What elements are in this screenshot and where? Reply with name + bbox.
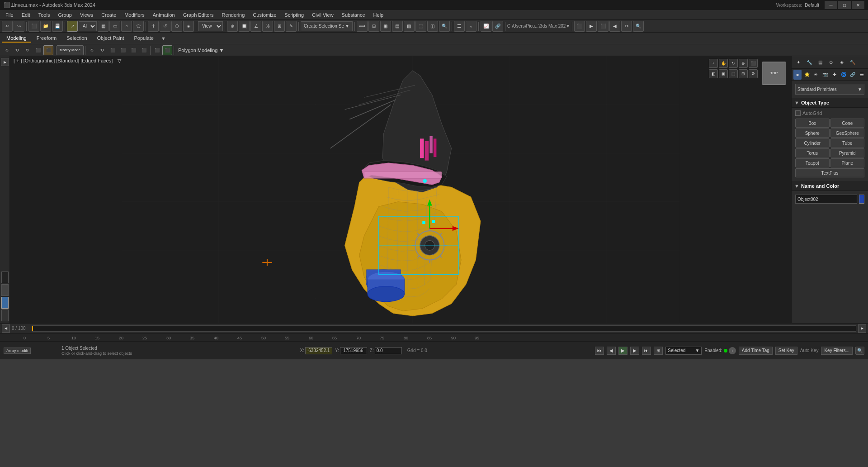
- menu-substance[interactable]: Substance: [338, 11, 369, 19]
- undo-button[interactable]: ↩: [2, 21, 13, 32]
- coord-y-value[interactable]: -17519956: [340, 347, 367, 354]
- rp-create-btn[interactable]: ✦: [793, 57, 803, 67]
- menu-views[interactable]: Views: [76, 11, 97, 19]
- schematic-view-button[interactable]: 🔗: [492, 21, 503, 32]
- render-setup-button[interactable]: ⬛: [574, 21, 585, 32]
- rp-lights-btn[interactable]: ☀: [812, 70, 820, 80]
- render-button[interactable]: ▶: [586, 21, 597, 32]
- place-highlight-button[interactable]: ▧: [404, 21, 415, 32]
- align-camera-button[interactable]: ⬚: [415, 21, 426, 32]
- minimize-button[interactable]: ─: [825, 1, 837, 9]
- align-view2-button[interactable]: ◫: [427, 21, 438, 32]
- angle-snap-button[interactable]: ∠: [250, 21, 261, 32]
- viewport[interactable]: [ + ] [Orthographic] [Standard] [Edged F…: [10, 56, 791, 323]
- use-pivot-button[interactable]: ⊕: [227, 21, 238, 32]
- search-button[interactable]: 🔍: [633, 21, 644, 32]
- snap-toggle-button[interactable]: 🔲: [239, 21, 250, 32]
- sub2-btn-2[interactable]: ⟲: [12, 45, 22, 55]
- uniform-scale-button[interactable]: ◈: [183, 21, 194, 32]
- render-frame-button[interactable]: ⬛: [598, 21, 609, 32]
- rp-helpers-btn[interactable]: ✚: [830, 70, 839, 80]
- pb-key-mode[interactable]: ⊞: [654, 347, 663, 355]
- sub2-btn-1[interactable]: ⟲: [2, 45, 12, 55]
- open-file-button[interactable]: 📁: [40, 21, 51, 32]
- rp-modify-btn[interactable]: 🔧: [804, 57, 814, 67]
- sub2-btn-4[interactable]: ⬛: [33, 45, 43, 55]
- select-object-button[interactable]: ↗: [67, 21, 78, 32]
- vp-point-of-view[interactable]: ◧: [709, 69, 718, 78]
- rp-favorites-btn[interactable]: ☰: [858, 70, 866, 80]
- move-button[interactable]: ✛: [148, 21, 159, 32]
- add-time-tag-button[interactable]: Add Time Tag: [739, 347, 773, 355]
- select-by-name-button[interactable]: ▦: [98, 21, 108, 32]
- obj-type-textplus[interactable]: TextPlus: [795, 168, 864, 177]
- polygon-modeling-label[interactable]: Polygon Modeling ▼: [175, 47, 226, 54]
- obj-type-torus[interactable]: Torus: [795, 148, 830, 157]
- render-crop-button[interactable]: ✂: [621, 21, 632, 32]
- obj-type-tube[interactable]: Tube: [830, 138, 865, 148]
- menu-graph-editors[interactable]: Graph Editors: [179, 11, 217, 19]
- color-btn-active[interactable]: [1, 297, 9, 309]
- modifier-indicator[interactable]: Array modifi: [4, 348, 31, 354]
- menu-customize[interactable]: Customize: [249, 11, 280, 19]
- select-region-rect[interactable]: ▭: [109, 21, 120, 32]
- tab-populate[interactable]: Populate: [129, 34, 158, 43]
- align-view-button[interactable]: ▣: [380, 21, 391, 32]
- left-btn-expand[interactable]: ▶: [1, 58, 9, 66]
- obj-type-sphere[interactable]: Sphere: [795, 129, 830, 138]
- vp-pan[interactable]: ✋: [719, 59, 728, 68]
- object-type-header[interactable]: ▼ Object Type: [792, 98, 868, 108]
- spinner-snap-button[interactable]: ⊞: [274, 21, 285, 32]
- key-filters-button[interactable]: Key Filters...: [821, 347, 853, 355]
- menu-help[interactable]: Help: [370, 11, 387, 19]
- vp-orbit[interactable]: ↻: [729, 59, 738, 68]
- percent-snap-button[interactable]: %: [262, 21, 273, 32]
- pb-skip-end[interactable]: ⏭: [642, 347, 651, 355]
- view-cube-svg[interactable]: TOP: [760, 60, 788, 87]
- obj-type-box[interactable]: Box: [795, 119, 830, 128]
- menu-edit[interactable]: Edit: [18, 11, 34, 19]
- timeline-end-btn[interactable]: ▶: [858, 324, 866, 333]
- pb-play[interactable]: ▶: [618, 347, 627, 355]
- rp-shapes-btn[interactable]: ⭐: [802, 70, 811, 80]
- menu-modifiers[interactable]: Modifiers: [121, 11, 148, 19]
- menu-tools[interactable]: Tools: [35, 11, 54, 19]
- select-type-dropdown[interactable]: All: [79, 21, 97, 31]
- rp-utilities-btn[interactable]: 🔨: [848, 57, 858, 67]
- vp-screen[interactable]: ▣: [719, 69, 728, 78]
- sub2-btn-a[interactable]: ⟲: [87, 45, 97, 55]
- obj-type-geosphere[interactable]: GeoSphere: [830, 129, 865, 138]
- menu-animation[interactable]: Animation: [149, 11, 179, 19]
- obj-type-teapot[interactable]: Teapot: [795, 158, 830, 167]
- close-button[interactable]: ✕: [852, 1, 864, 9]
- isolate-button[interactable]: 🔍: [439, 21, 450, 32]
- curve-editor-button[interactable]: 📈: [481, 21, 491, 32]
- name-color-header[interactable]: ▼ Name and Color: [792, 181, 868, 191]
- set-key-button[interactable]: Set Key: [775, 347, 797, 355]
- selected-dropdown[interactable]: Selected ▼: [665, 347, 702, 355]
- scale-button[interactable]: ⬡: [171, 21, 182, 32]
- sub2-btn-e[interactable]: ⬛: [128, 45, 138, 55]
- color-btn-2[interactable]: [1, 284, 9, 296]
- vp-zoom[interactable]: ⊕: [739, 59, 748, 68]
- set-flow-button[interactable]: ⬦: [466, 21, 476, 32]
- select-region-fence[interactable]: ⬠: [133, 21, 144, 32]
- maximize-button[interactable]: □: [838, 1, 851, 9]
- vp-maximize[interactable]: ⬛: [749, 59, 758, 68]
- sub2-btn-c[interactable]: ⬛: [108, 45, 118, 55]
- autogrid-checkbox[interactable]: [795, 110, 801, 116]
- sub2-btn-5[interactable]: ⬛: [43, 45, 53, 55]
- obj-type-plane[interactable]: Plane: [830, 158, 865, 167]
- vp-region[interactable]: ⬚: [729, 69, 738, 78]
- coord-z-value[interactable]: 0.0: [375, 347, 402, 354]
- rp-hierarchy-btn[interactable]: ▤: [815, 57, 825, 67]
- sub2-btn-b[interactable]: ⟲: [97, 45, 107, 55]
- tab-freeform[interactable]: Freeform: [32, 34, 61, 43]
- tab-selection[interactable]: Selection: [62, 34, 91, 43]
- select-region-circle[interactable]: ○: [121, 21, 132, 32]
- vp-settings[interactable]: ⚙: [749, 69, 758, 78]
- rp-spacewarps-btn[interactable]: 🌀: [840, 70, 848, 80]
- menu-group[interactable]: Group: [54, 11, 75, 19]
- obj-type-cylinder[interactable]: Cylinder: [795, 138, 830, 148]
- standard-primitives-dropdown[interactable]: Standard Primitives ▼: [795, 84, 864, 95]
